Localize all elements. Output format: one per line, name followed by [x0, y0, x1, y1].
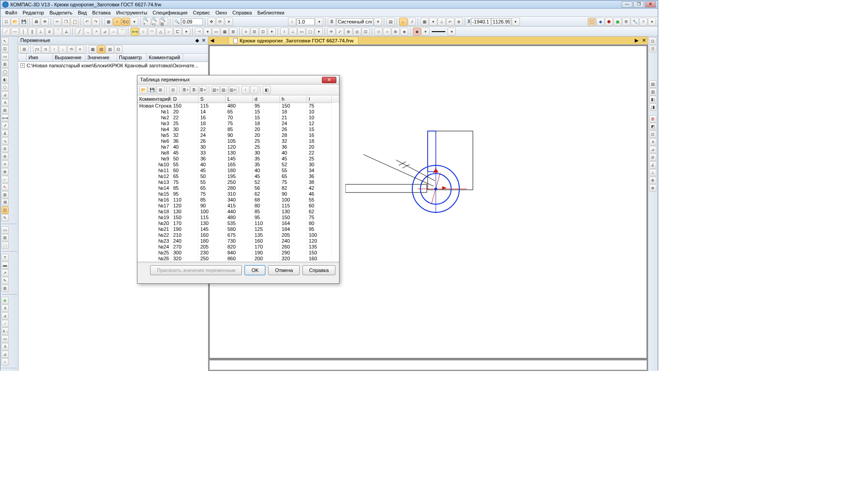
cell[interactable]: 10: [307, 115, 332, 121]
cell[interactable]: 65: [280, 174, 307, 179]
tangent2-icon[interactable]: ⌒: [54, 28, 62, 36]
zoom-frame-icon[interactable]: 🔍▭: [151, 18, 160, 26]
zoom-in-icon[interactable]: 🔍+: [143, 18, 151, 26]
cell[interactable]: 33: [198, 150, 226, 156]
cell[interactable]: 230: [198, 250, 226, 256]
cell[interactable]: 75: [280, 179, 307, 185]
col-expr[interactable]: Выражение: [53, 54, 85, 61]
panel-close-icon[interactable]: ✕: [201, 38, 206, 43]
cell[interactable]: 190: [171, 226, 198, 232]
col-value[interactable]: Значение: [85, 54, 117, 61]
menu-вид[interactable]: Вид: [75, 9, 90, 16]
maximize-button[interactable]: ❐: [633, 1, 644, 8]
cell[interactable]: 75: [307, 215, 332, 221]
grid-row[interactable]: №116045180405534: [137, 168, 339, 174]
lt-tool-12[interactable]: ∡: [1, 130, 9, 137]
dropdown-icon[interactable]: ▾: [130, 18, 138, 26]
cell[interactable]: 90: [280, 191, 307, 197]
cell[interactable]: 25: [307, 156, 332, 162]
lt-tool-8[interactable]: Ａ: [1, 99, 9, 106]
cell[interactable]: 415: [226, 203, 253, 209]
zoom-scale-icon[interactable]: 🔍: [173, 18, 181, 26]
cell[interactable]: 110: [253, 221, 280, 226]
cell[interactable]: 150: [307, 250, 332, 256]
lt-tool-31[interactable]: ⊕: [1, 297, 9, 304]
coord-dd-icon[interactable]: ▾: [512, 18, 520, 26]
cell[interactable]: 14: [198, 109, 226, 115]
rt-tool-12[interactable]: ⊘: [649, 154, 656, 161]
cell[interactable]: 40: [280, 150, 307, 156]
snap-round-icon[interactable]: ↵: [446, 18, 454, 26]
cell[interactable]: 160: [253, 238, 280, 244]
fx-icon[interactable]: f(x): [122, 18, 130, 26]
cell[interactable]: 55: [280, 168, 307, 174]
cell[interactable]: 280: [226, 185, 253, 191]
pan-icon[interactable]: ✥: [208, 18, 216, 26]
cell[interactable]: 270: [171, 244, 198, 250]
tab-close-icon[interactable]: ✕: [640, 38, 648, 43]
assign-button[interactable]: Присвоить значения переменным: [150, 265, 242, 275]
gcol-3[interactable]: L: [226, 95, 253, 103]
cell[interactable]: 145: [198, 226, 226, 232]
dt-icon-5[interactable]: ≣+: [182, 86, 190, 94]
cell[interactable]: 26: [198, 138, 226, 144]
help-button[interactable]: Справка: [302, 265, 335, 275]
grid-row[interactable]: Новая Строка1501154809515075: [137, 103, 339, 109]
cell[interactable]: 130: [171, 209, 198, 215]
cell[interactable]: 85: [198, 197, 226, 203]
cell[interactable]: 40: [253, 168, 280, 174]
cell[interactable]: 860: [226, 256, 253, 262]
cell[interactable]: 170: [253, 244, 280, 250]
cell[interactable]: 45: [171, 150, 198, 156]
lt-tool-33[interactable]: ⊿: [1, 312, 9, 319]
dim-icon[interactable]: ⟷: [131, 28, 139, 36]
rt-tool-3[interactable]: ▤: [649, 80, 656, 88]
cell[interactable]: 38: [307, 179, 332, 185]
pvar-icon-6[interactable]: ⟲: [67, 45, 75, 53]
cell[interactable]: 440: [226, 209, 253, 215]
cell[interactable]: 85: [171, 185, 198, 191]
minimize-button[interactable]: —: [622, 1, 632, 8]
cell[interactable]: 250: [226, 179, 253, 185]
lt-tool-27[interactable]: ▬: [1, 262, 9, 269]
lt-tool-21[interactable]: ⌘: [1, 199, 9, 206]
grid-row[interactable]: №3251875182412: [137, 121, 339, 127]
cell[interactable]: 260: [280, 244, 307, 250]
menu-файл[interactable]: Файл: [2, 9, 20, 16]
cell[interactable]: 150: [171, 103, 198, 109]
cell[interactable]: 25: [253, 138, 280, 144]
lt-tool-5[interactable]: ◐: [1, 76, 9, 83]
cell[interactable]: 30: [171, 127, 198, 132]
cell[interactable]: 35: [253, 156, 280, 162]
cell[interactable]: 120: [307, 238, 332, 244]
parallel-icon[interactable]: ∥: [28, 28, 36, 36]
col-comment[interactable]: Комментарий: [147, 54, 183, 61]
dialog-grid[interactable]: Комментарий D S L d h l Новая Строка1501…: [137, 95, 339, 263]
dt-icon-1[interactable]: 📂: [139, 86, 147, 94]
grid-row[interactable]: №2221670152110: [137, 115, 339, 121]
cell[interactable]: 105: [226, 138, 253, 144]
grid-row[interactable]: №5322490202816: [137, 132, 339, 138]
lcs-icon[interactable]: ⊕: [455, 18, 463, 26]
cell[interactable]: 125: [253, 226, 280, 232]
cell[interactable]: 340: [226, 197, 253, 203]
lt-tool-23[interactable]: ✎: [1, 214, 9, 221]
sn2-icon[interactable]: ⤢: [336, 28, 344, 36]
pvar-icon-5[interactable]: ↓: [59, 45, 67, 53]
scale-dd-icon[interactable]: ▾: [315, 18, 323, 26]
grid-icon[interactable]: ▦: [104, 18, 113, 26]
dt-icon-6[interactable]: ≣-: [190, 86, 198, 94]
rt-tool-2[interactable]: ☰: [649, 45, 656, 52]
gcol-2[interactable]: S: [198, 95, 226, 103]
coord-x[interactable]: [471, 18, 491, 25]
cell[interactable]: 36: [307, 174, 332, 179]
save-icon[interactable]: 💾: [19, 18, 28, 26]
gcol-6[interactable]: l: [307, 95, 332, 103]
cell[interactable]: 195: [226, 174, 253, 179]
cell[interactable]: 290: [280, 250, 307, 256]
cell[interactable]: 30: [307, 162, 332, 168]
copy-icon[interactable]: ❐: [62, 18, 70, 26]
tab-next-icon[interactable]: ▶: [633, 38, 640, 43]
grid-row[interactable]: №17120904158011560: [137, 203, 339, 209]
grid-row[interactable]: №23240180730160240120: [137, 238, 339, 244]
